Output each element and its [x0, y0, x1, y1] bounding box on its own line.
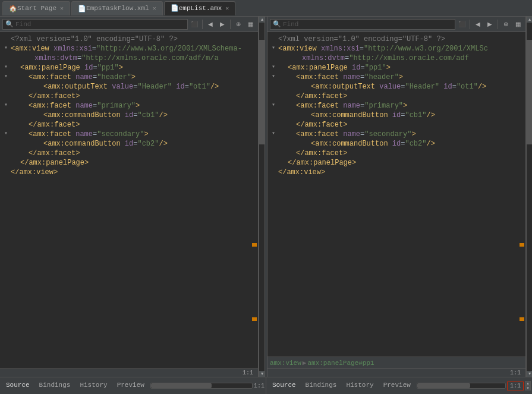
right-status-bar: Source Bindings History Preview 1:1 ▲ ▼ — [266, 377, 532, 394]
small-up-btn[interactable]: ▲ — [525, 381, 531, 386]
left-tab-source[interactable]: Source — [1, 380, 34, 391]
fold-icon[interactable]: ▾ — [2, 101, 10, 108]
left-tab-history[interactable]: History — [75, 380, 112, 391]
tab-emplist[interactable]: 📄 empList.amx ✕ — [164, 1, 236, 15]
toolbar-separator2 — [498, 20, 498, 29]
right-tab-history[interactable]: History — [341, 380, 378, 391]
table-row: </amx:facet> — [267, 120, 525, 130]
right-wrap-btn[interactable]: ⊕ — [500, 19, 511, 30]
table-row: ▾ <amx:facet name="header"> — [0, 73, 258, 82]
table-row: ▾ <amx:facet name="primary"> — [0, 101, 258, 111]
left-search-placeholder: Find — [15, 21, 31, 28]
fold-icon[interactable] — [2, 53, 10, 61]
tab-emps-task[interactable]: 📄 EmpsTaskFlow.xml ✕ — [71, 1, 163, 15]
start-page-icon: 🏠 — [9, 5, 17, 12]
search-icon: 🔍 — [5, 20, 14, 28]
scroll-thumb[interactable] — [259, 40, 265, 144]
right-status-tabs: Source Bindings History Preview — [267, 380, 415, 391]
right-scroll-track[interactable] — [527, 23, 532, 371]
tab-close-start[interactable]: ✕ — [60, 5, 64, 12]
right-tab-bindings[interactable]: Bindings — [301, 380, 342, 391]
table-row: </amx:panelPage> — [267, 158, 525, 168]
fold-icon[interactable] — [2, 120, 10, 127]
tab-start-page[interactable]: 🏠 Start Page ✕ — [2, 1, 70, 15]
breadcrumb-amx-view[interactable]: amx:view — [270, 360, 301, 367]
left-next-btn[interactable]: ▶ — [217, 19, 228, 30]
scroll-track[interactable] — [259, 23, 265, 371]
fold-icon[interactable] — [2, 168, 10, 175]
bookmark-marker-2[interactable] — [252, 317, 257, 321]
right-toolbar-btn1[interactable]: ⬛ — [457, 19, 467, 30]
fold-icon[interactable] — [2, 82, 10, 89]
table-row: </amx:facet> — [267, 149, 525, 158]
table-row: ▾ <amx:panelPage id="pp1"> — [0, 63, 258, 73]
table-row: </amx:view> — [267, 168, 525, 177]
table-row: ▾ <amx:view xmlns:xsi="http://www.w3.org… — [0, 44, 258, 53]
breadcrumb-panel-page[interactable]: amx:panelPage#pp1 — [307, 360, 374, 367]
left-tab-bindings[interactable]: Bindings — [34, 380, 75, 391]
fold-icon[interactable]: ▾ — [2, 44, 10, 51]
bookmark-marker-4[interactable] — [520, 317, 524, 321]
left-scrollbar[interactable]: ▲ ▼ — [259, 17, 265, 377]
right-h-thumb — [417, 383, 470, 388]
left-toolbar-btn1[interactable]: ⬛ — [189, 19, 200, 30]
search-icon: 🔍 — [273, 20, 281, 28]
left-prev-btn[interactable]: ◀ — [205, 19, 216, 30]
fold-icon[interactable]: ▾ — [2, 130, 10, 137]
right-search-box[interactable]: 🔍 Find — [270, 19, 455, 30]
breadcrumb-sep: ▶ — [303, 359, 307, 367]
left-position: 1:1 — [243, 370, 256, 376]
table-row: <amx:commandButton id="cb1"/> — [267, 111, 525, 120]
tab-close-emps[interactable]: ✕ — [153, 5, 156, 12]
left-status-tabs: Source Bindings History Preview — [1, 380, 149, 391]
tab-close-emplist[interactable]: ✕ — [225, 5, 229, 12]
right-grid-btn[interactable]: ▦ — [512, 19, 523, 30]
table-row: </amx:facet> — [267, 92, 525, 101]
bookmark-marker-3[interactable] — [520, 243, 524, 247]
right-next-btn[interactable]: ▶ — [484, 19, 495, 30]
left-code-area[interactable]: <?xml version="1.0" encoding="UTF-8" ?> … — [0, 32, 258, 368]
fold-icon[interactable] — [2, 34, 10, 42]
fold-icon[interactable]: ▾ — [2, 73, 10, 80]
right-pos-label: 1:1 — [507, 382, 524, 390]
right-scroll-down-btn[interactable]: ▼ — [527, 371, 532, 377]
right-scrollbar[interactable]: ▲ ▼ — [526, 17, 532, 377]
left-toolbar: 🔍 Find ⬛ ◀ ▶ ⊕ ▦ — [0, 17, 258, 32]
left-pos-label: 1:1 — [254, 383, 265, 389]
right-horizontal-scrollbar[interactable] — [417, 383, 506, 389]
tab-label: Start Page — [17, 5, 56, 12]
right-scroll-up-btn[interactable]: ▲ — [527, 17, 532, 23]
right-position: 1:1 — [510, 370, 523, 376]
fold-icon[interactable] — [2, 158, 10, 165]
left-grid-btn[interactable]: ▦ — [245, 19, 256, 30]
right-search-placeholder: Find — [283, 21, 298, 28]
left-search-box[interactable]: 🔍 Find — [2, 19, 188, 30]
fold-icon[interactable] — [2, 139, 10, 146]
left-horizontal-scrollbar[interactable] — [150, 383, 253, 389]
table-row: <amx:commandButton id="cb2"/> — [267, 139, 525, 149]
table-row: <amx:commandButton id="cb2"/> — [0, 139, 258, 149]
right-tab-source[interactable]: Source — [267, 380, 301, 391]
table-row: </amx:facet> — [0, 120, 258, 130]
table-row: xmlns:dvtm="http://xmlns.oracle.com/adf — [267, 53, 525, 63]
right-code-area[interactable]: <?xml version="1.0" encoding="UTF-8" ?> … — [267, 32, 525, 357]
table-row: ▾ <amx:facet name="header"> — [267, 73, 525, 82]
right-breadcrumb-bar: amx:view ▶ amx:panelPage#pp1 — [267, 357, 525, 368]
left-status-bar: Source Bindings History Preview 1:1 — [0, 377, 266, 394]
file-icon: 📄 — [78, 5, 86, 12]
table-row: </amx:panelPage> — [0, 158, 258, 168]
fold-icon[interactable]: ▾ — [2, 63, 10, 70]
table-row: </amx:view> — [0, 168, 258, 177]
right-prev-btn[interactable]: ◀ — [473, 19, 483, 30]
left-wrap-btn[interactable]: ⊕ — [233, 19, 244, 30]
left-tab-preview[interactable]: Preview — [112, 380, 149, 391]
table-row: ▾ <amx:facet name="primary"> — [267, 101, 525, 111]
left-h-thumb — [151, 383, 212, 388]
fold-icon[interactable] — [2, 92, 10, 99]
right-scroll-thumb[interactable] — [527, 40, 532, 144]
right-tab-preview[interactable]: Preview — [379, 380, 415, 391]
fold-icon[interactable] — [2, 111, 10, 118]
small-down-btn[interactable]: ▼ — [525, 386, 531, 390]
fold-icon[interactable] — [2, 149, 10, 156]
bookmark-marker-1[interactable] — [252, 243, 257, 247]
